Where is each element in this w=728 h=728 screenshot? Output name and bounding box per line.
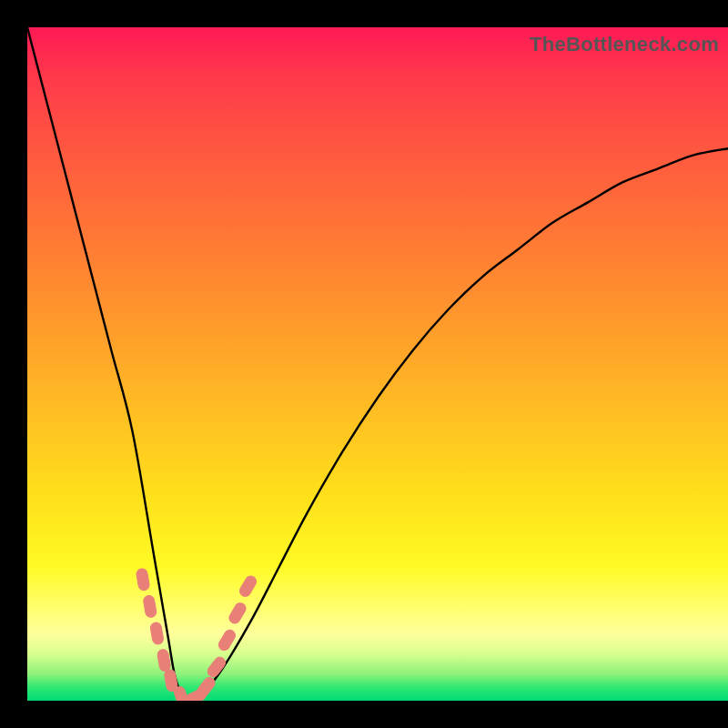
- curve-marker: [238, 574, 258, 599]
- curve-marker: [143, 595, 157, 619]
- plot-area: TheBottleneck.com: [27, 27, 728, 701]
- bottleneck-curve: [27, 27, 728, 701]
- curve-marker: [149, 622, 164, 645]
- curve-marker: [157, 649, 171, 672]
- curve-marker: [136, 568, 150, 592]
- curve-marker: [183, 688, 207, 701]
- curve-marker: [195, 675, 217, 699]
- curve-marker: [164, 669, 178, 693]
- curve-marker: [173, 685, 190, 701]
- chart-frame: TheBottleneck.com: [0, 0, 728, 728]
- curve-marker: [228, 601, 248, 625]
- watermark-label: TheBottleneck.com: [530, 33, 719, 56]
- curve-marker: [206, 655, 228, 679]
- curve-marker: [217, 628, 238, 652]
